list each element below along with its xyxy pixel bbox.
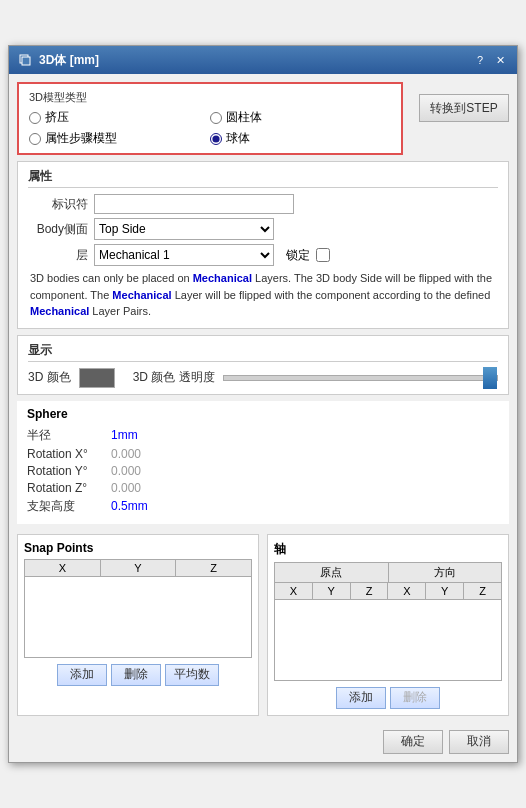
layer-label: 层: [28, 247, 88, 264]
axis-sub-x2: X: [388, 583, 426, 599]
body-side-label: Body侧面: [28, 221, 88, 238]
radio-parametric-input[interactable]: [29, 133, 41, 145]
sphere-roty-label: Rotation Y°: [27, 464, 107, 478]
axis-box: 轴 原点 方向 X Y Z X Y Z: [267, 534, 509, 716]
body-side-row: Body侧面 Top Side Bottom Side: [28, 218, 498, 240]
cancel-button[interactable]: 取消: [449, 730, 509, 754]
close-button[interactable]: ✕: [491, 51, 509, 69]
radio-sphere-label: 球体: [226, 130, 250, 147]
axis-title: 轴: [274, 541, 502, 558]
radio-cylinder-input[interactable]: [210, 112, 222, 124]
axis-direction-header: 方向: [389, 563, 502, 583]
properties-title: 属性: [28, 168, 498, 188]
title-bar: 3D体 [mm] ? ✕: [9, 46, 517, 74]
layer-row: 层 Mechanical 1 锁定: [28, 244, 498, 266]
info-text: 3D bodies can only be placed on Mechanic…: [28, 270, 498, 320]
display-section: 显示 3D 颜色 3D 颜色 透明度: [17, 335, 509, 395]
radio-sphere-input[interactable]: [210, 133, 222, 145]
snap-points-table: X Y Z: [24, 559, 252, 658]
axis-sub-x1: X: [275, 583, 313, 599]
snap-buttons: 添加 删除 平均数: [24, 664, 252, 686]
sphere-roty-row: Rotation Y° 0.000: [27, 464, 499, 478]
axis-subheader: X Y Z X Y Z: [275, 583, 501, 600]
snap-points-title: Snap Points: [24, 541, 252, 555]
dialog-content: 3D模型类型 挤压 圆柱体 属性步骤模型: [9, 74, 517, 724]
svg-rect-1: [22, 57, 30, 65]
axis-sub-z2: Z: [464, 583, 501, 599]
radio-parametric-label: 属性步骤模型: [45, 130, 117, 147]
display-title: 显示: [28, 342, 498, 362]
sphere-radius-row: 半径 1mm: [27, 427, 499, 444]
axis-sub-z1: Z: [351, 583, 389, 599]
axis-body: [275, 600, 501, 680]
sphere-standoff-label: 支架高度: [27, 498, 107, 515]
sphere-radius-value: 1mm: [111, 428, 138, 442]
sphere-radius-label: 半径: [27, 427, 107, 444]
slider-thumb[interactable]: [483, 367, 497, 389]
sphere-rotz-row: Rotation Z° 0.000: [27, 481, 499, 495]
radio-extrude: 挤压: [29, 109, 210, 126]
axis-origin-header: 原点: [275, 563, 389, 583]
identifier-input[interactable]: [94, 194, 294, 214]
ok-button[interactable]: 确定: [383, 730, 443, 754]
info-highlight-2: Mechanical: [112, 289, 171, 301]
3d-icon: [17, 52, 33, 68]
axis-sub-y2: Y: [426, 583, 464, 599]
identifier-label: 标识符: [28, 196, 88, 213]
radio-sphere: 球体: [210, 130, 391, 147]
radio-extrude-input[interactable]: [29, 112, 41, 124]
transparency-slider[interactable]: [223, 368, 498, 388]
snap-x-header: X: [25, 560, 101, 576]
sphere-rotz-label: Rotation Z°: [27, 481, 107, 495]
axis-top-header: 原点 方向: [275, 563, 501, 583]
snap-add-button[interactable]: 添加: [57, 664, 107, 686]
axis-add-button[interactable]: 添加: [336, 687, 386, 709]
sphere-section: Sphere 半径 1mm Rotation X° 0.000 Rotation…: [17, 401, 509, 524]
color-swatch[interactable]: [79, 368, 115, 388]
dialog: 3D体 [mm] ? ✕ 3D模型类型 挤压 圆柱体: [8, 45, 518, 763]
snap-points-box: Snap Points X Y Z 添加 删除 平均数: [17, 534, 259, 716]
axis-table: 原点 方向 X Y Z X Y Z: [274, 562, 502, 681]
snap-y-header: Y: [101, 560, 177, 576]
sphere-title: Sphere: [27, 407, 499, 421]
info-highlight-3: Mechanical: [30, 305, 89, 317]
footer: 确定 取消: [9, 724, 517, 762]
slider-track: [223, 375, 498, 381]
sphere-rotx-value: 0.000: [111, 447, 141, 461]
radio-parametric: 属性步骤模型: [29, 130, 210, 147]
sphere-standoff-row: 支架高度 0.5mm: [27, 498, 499, 515]
snap-points-header: X Y Z: [25, 560, 251, 577]
title-bar-left: 3D体 [mm]: [17, 52, 99, 69]
help-button[interactable]: ?: [471, 51, 489, 69]
lock-checkbox[interactable]: [316, 248, 330, 262]
transparency-label: 3D 颜色 透明度: [133, 369, 215, 386]
identifier-row: 标识符: [28, 194, 498, 214]
radio-cylinder: 圆柱体: [210, 109, 391, 126]
model-type-label: 3D模型类型: [29, 90, 391, 105]
radio-cylinder-label: 圆柱体: [226, 109, 262, 126]
axis-buttons: 添加 删除: [274, 687, 502, 709]
snap-avg-button[interactable]: 平均数: [165, 664, 219, 686]
sphere-roty-value: 0.000: [111, 464, 141, 478]
color-label: 3D 颜色: [28, 369, 71, 386]
model-type-options: 挤压 圆柱体 属性步骤模型 球体: [29, 109, 391, 147]
info-highlight-1: Mechanical: [193, 272, 252, 284]
color-row: 3D 颜色 3D 颜色 透明度: [28, 368, 498, 388]
radio-extrude-label: 挤压: [45, 109, 69, 126]
layer-select[interactable]: Mechanical 1: [94, 244, 274, 266]
sphere-standoff-value: 0.5mm: [111, 499, 148, 513]
model-type-section: 3D模型类型 挤压 圆柱体 属性步骤模型: [17, 82, 403, 155]
lock-label: 锁定: [286, 247, 310, 264]
sphere-rotz-value: 0.000: [111, 481, 141, 495]
snap-z-header: Z: [176, 560, 251, 576]
snap-points-body: [25, 577, 251, 657]
tables-section: Snap Points X Y Z 添加 删除 平均数 轴: [17, 534, 509, 716]
snap-delete-button[interactable]: 删除: [111, 664, 161, 686]
properties-section: 属性 标识符 Body侧面 Top Side Bottom Side 层 Mec…: [17, 161, 509, 329]
convert-step-button[interactable]: 转换到STEP: [419, 94, 509, 122]
axis-sub-y1: Y: [313, 583, 351, 599]
body-side-select[interactable]: Top Side Bottom Side: [94, 218, 274, 240]
dialog-title: 3D体 [mm]: [39, 52, 99, 69]
axis-delete-button[interactable]: 删除: [390, 687, 440, 709]
sphere-rotx-row: Rotation X° 0.000: [27, 447, 499, 461]
